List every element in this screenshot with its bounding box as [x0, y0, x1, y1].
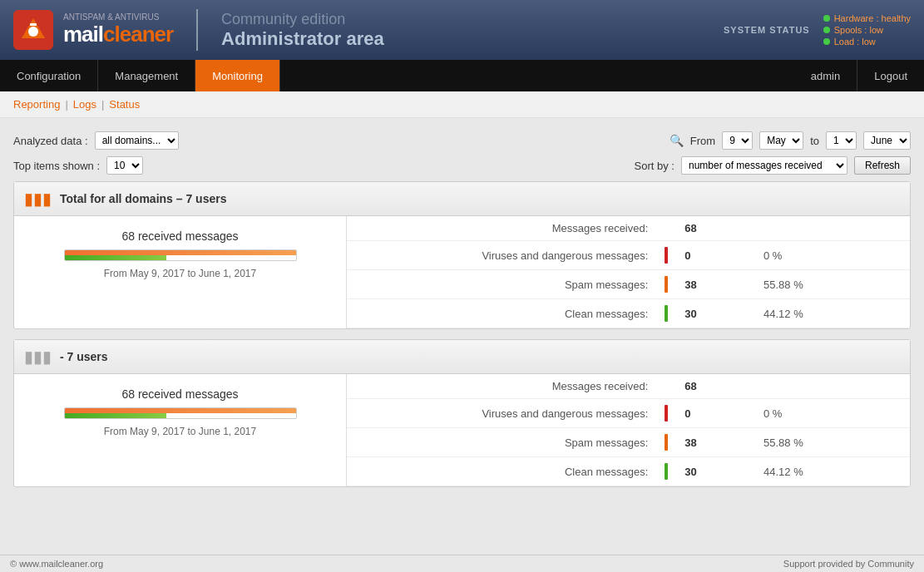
- stat-percent-1-3: 44.12 %: [755, 457, 910, 486]
- stat-value-0-2: 38: [676, 270, 755, 299]
- indicator-0-1: [656, 241, 676, 270]
- nav-management[interactable]: Management: [98, 60, 195, 91]
- stat-value-1-1: 0: [676, 399, 755, 428]
- stat-label-0-2: Spam messages:: [347, 270, 656, 299]
- received-count-1: 68 received messages: [121, 387, 238, 401]
- stat-row-0-1: Viruses and dangerous messages: 0 0 %: [347, 241, 910, 270]
- card-left-1: 68 received messages From May 9, 2017 to…: [14, 374, 347, 486]
- stats-card-1: ▮▮▮ - 7 users 68 received messages From …: [13, 339, 911, 487]
- analyzed-data-group: Analyzed data : all domains...: [13, 131, 179, 150]
- edition-info: Community edition Administrator area: [221, 11, 384, 50]
- date-range-group: 🔍 From 9 May to 1 June: [670, 131, 911, 150]
- from-month-select[interactable]: May: [759, 131, 803, 150]
- breadcrumb-reporting[interactable]: Reporting: [13, 98, 60, 111]
- top-items-select[interactable]: 10 20 50: [106, 156, 143, 175]
- stat-row-0-3: Clean messages: 30 44.12 %: [347, 299, 910, 328]
- status-load: Load : low: [823, 37, 911, 47]
- indicator-1-3: [656, 457, 676, 486]
- breadcrumb: Reporting | Logs | Status: [0, 91, 924, 118]
- card-left-0: 68 received messages From May 9, 2017 to…: [14, 216, 347, 328]
- footer-left-link[interactable]: © www.mailcleaner.org: [10, 559, 103, 569]
- sort-by-label: Sort by :: [635, 160, 674, 172]
- refresh-button[interactable]: Refresh: [854, 156, 911, 175]
- cards-container: ▮▮▮ Total for all domains – 7 users 68 r…: [13, 181, 911, 487]
- stat-row-0-2: Spam messages: 38 55.88 %: [347, 270, 910, 299]
- stat-value-0-1: 0: [676, 241, 755, 270]
- card-header-0: ▮▮▮ Total for all domains – 7 users: [14, 182, 910, 216]
- stat-value-1-3: 30: [676, 457, 755, 486]
- stat-row-1-0: Messages received: 68: [347, 374, 910, 399]
- indicator-0-2: [656, 270, 676, 299]
- dual-bar-1: [64, 407, 297, 419]
- stat-value-0-3: 30: [676, 299, 755, 328]
- bar-green-0: [65, 255, 166, 260]
- indicator-1-2: [656, 428, 676, 457]
- search-icon: 🔍: [670, 134, 684, 147]
- main-content: Analyzed data : all domains... Top items…: [0, 118, 924, 510]
- card-right-1: Messages received: 68 Viruses and danger…: [347, 374, 910, 486]
- to-label: to: [810, 135, 819, 147]
- status-dot-load: [823, 38, 830, 45]
- nav-logout[interactable]: Logout: [857, 60, 924, 91]
- stat-percent-1-1: 0 %: [755, 399, 910, 428]
- stat-label-1-3: Clean messages:: [347, 457, 656, 486]
- dual-bar-0: [64, 249, 297, 261]
- stat-label-0-1: Viruses and dangerous messages:: [347, 241, 656, 270]
- analyzed-data-select[interactable]: all domains...: [95, 131, 179, 150]
- from-day-select[interactable]: 9: [722, 131, 753, 150]
- status-spools: Spools : low: [823, 25, 911, 35]
- status-hardware: Hardware : healthy: [823, 13, 911, 23]
- footer-right-text: Support provided by Community: [783, 559, 914, 569]
- breadcrumb-status[interactable]: Status: [109, 98, 140, 111]
- controls-row: Analyzed data : all domains... Top items…: [13, 131, 911, 175]
- system-status: SYSTEM STATUS Hardware : healthy Spools …: [724, 13, 911, 47]
- stat-row-0-0: Messages received: 68: [347, 216, 910, 241]
- to-day-select[interactable]: 1: [826, 131, 857, 150]
- stat-value-1-2: 38: [676, 428, 755, 457]
- received-count-0: 68 received messages: [121, 229, 238, 243]
- status-dot-hardware: [823, 15, 830, 22]
- indicator-0-3: [656, 299, 676, 328]
- logo-divider: [196, 9, 198, 51]
- controls-right: 🔍 From 9 May to 1 June Sort by :: [635, 131, 911, 175]
- sort-by-select[interactable]: number of messages received domain name: [681, 156, 847, 175]
- stats-card-0: ▮▮▮ Total for all domains – 7 users 68 r…: [13, 181, 911, 329]
- stats-table-1: Messages received: 68 Viruses and danger…: [347, 374, 910, 486]
- status-load-label: Load : low: [834, 37, 876, 47]
- svg-rect-2: [30, 23, 37, 26]
- stat-percent-0-0: [755, 216, 910, 241]
- to-month-select[interactable]: June: [863, 131, 911, 150]
- top-items-label: Top items shown :: [13, 160, 100, 172]
- footer: © www.mailcleaner.org Support provided b…: [0, 555, 924, 572]
- status-dot-spools: [823, 27, 830, 33]
- card-title-0: Total for all domains – 7 users: [60, 192, 226, 205]
- indicator-1-1: [656, 399, 676, 428]
- status-spools-label: Spools : low: [834, 25, 883, 35]
- card-body-1: 68 received messages From May 9, 2017 to…: [14, 374, 910, 486]
- stat-label-0-3: Clean messages:: [347, 299, 656, 328]
- header: ANTISPAM & ANTIVIRUS mailcleaner Communi…: [0, 0, 924, 60]
- nav-monitoring[interactable]: Monitoring: [195, 60, 280, 91]
- nav-user: admin: [794, 60, 857, 91]
- controls-left: Analyzed data : all domains... Top items…: [13, 131, 179, 175]
- status-hardware-label: Hardware : healthy: [834, 13, 911, 23]
- stat-percent-0-3: 44.12 %: [755, 299, 910, 328]
- stat-percent-0-2: 55.88 %: [755, 270, 910, 299]
- stat-value-0-0: 68: [676, 216, 755, 241]
- stat-value-1-0: 68: [676, 374, 755, 399]
- breadcrumb-logs[interactable]: Logs: [73, 98, 96, 111]
- stat-label-1-1: Viruses and dangerous messages:: [347, 399, 656, 428]
- stat-percent-0-1: 0 %: [755, 241, 910, 270]
- date-range-1: From May 9, 2017 to June 1, 2017: [104, 426, 256, 437]
- stat-row-1-2: Spam messages: 38 55.88 %: [347, 428, 910, 457]
- logo-icon: [13, 10, 53, 50]
- card-body-0: 68 received messages From May 9, 2017 to…: [14, 216, 910, 328]
- top-items-group: Top items shown : 10 20 50: [13, 156, 179, 175]
- from-label: From: [690, 135, 715, 147]
- bar-green-1: [65, 413, 166, 418]
- stat-label-0-0: Messages received:: [347, 216, 656, 241]
- status-items: Hardware : healthy Spools : low Load : l…: [823, 13, 911, 47]
- nav-bar: Configuration Management Monitoring admi…: [0, 60, 924, 91]
- date-range-0: From May 9, 2017 to June 1, 2017: [104, 268, 256, 279]
- nav-configuration[interactable]: Configuration: [0, 60, 98, 91]
